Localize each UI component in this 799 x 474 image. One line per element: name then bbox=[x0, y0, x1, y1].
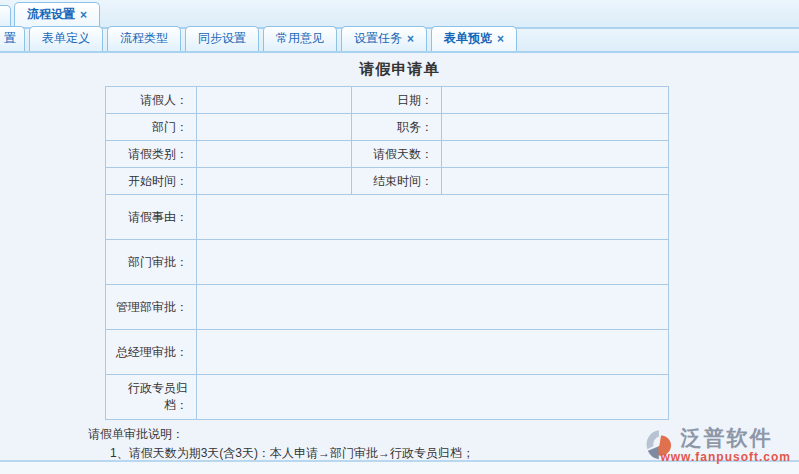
field-label-start-time: 开始时间： bbox=[106, 168, 197, 195]
tab-sync-settings[interactable]: 同步设置 bbox=[185, 26, 259, 51]
field-value-admin-filing[interactable] bbox=[197, 375, 669, 420]
field-label-leave-days: 请假天数： bbox=[352, 141, 442, 168]
table-row: 请假人： 日期： bbox=[106, 87, 669, 114]
table-row: 行政专员归档： bbox=[106, 375, 669, 420]
page-title: 请假申请单 bbox=[60, 53, 740, 79]
table-row: 管理部审批： bbox=[106, 285, 669, 330]
table-row: 部门审批： bbox=[106, 240, 669, 285]
field-label-position: 职务： bbox=[352, 114, 442, 141]
field-value-mgmt-approval[interactable] bbox=[197, 285, 669, 330]
tab-label: 表单定义 bbox=[42, 30, 90, 47]
table-row: 总经理审批： bbox=[106, 330, 669, 375]
field-value-dept-approval[interactable] bbox=[197, 240, 669, 285]
field-label-applicant: 请假人： bbox=[106, 87, 197, 114]
table-row: 请假类别： 请假天数： bbox=[106, 141, 669, 168]
tab-common-opinions[interactable]: 常用意见 bbox=[263, 26, 337, 51]
tab-form-preview[interactable]: 表单预览 × bbox=[431, 26, 517, 51]
close-icon[interactable]: × bbox=[407, 34, 414, 44]
tab-partial-left[interactable] bbox=[0, 5, 11, 27]
field-label-admin-filing: 行政专员归档： bbox=[106, 375, 197, 420]
close-icon[interactable]: × bbox=[80, 10, 87, 20]
field-value-date[interactable] bbox=[442, 87, 669, 114]
fanpu-logo: 泛普软件 www.fanpusoft.com bbox=[644, 426, 791, 464]
tab-process-type[interactable]: 流程类型 bbox=[107, 26, 181, 51]
field-label-date: 日期： bbox=[352, 87, 442, 114]
field-label-leave-reason: 请假事由： bbox=[106, 195, 197, 240]
field-value-start-time[interactable] bbox=[197, 168, 352, 195]
leave-application-table: 请假人： 日期： 部门： 职务： 请假类别： 请假天数： bbox=[105, 86, 669, 420]
field-value-applicant[interactable] bbox=[197, 87, 352, 114]
field-label-department: 部门： bbox=[106, 114, 197, 141]
field-label-gm-approval: 总经理审批： bbox=[106, 330, 197, 375]
app-window: 流程设置 × 置 表单定义 流程类型 同步设置 常用意见 设置任务 × 表单预览… bbox=[0, 0, 799, 474]
field-value-gm-approval[interactable] bbox=[197, 330, 669, 375]
tab-label: 常用意见 bbox=[276, 30, 324, 47]
field-value-position[interactable] bbox=[442, 114, 669, 141]
table-row: 开始时间： 结束时间： bbox=[106, 168, 669, 195]
close-icon[interactable]: × bbox=[497, 34, 504, 44]
field-label-mgmt-approval: 管理部审批： bbox=[106, 285, 197, 330]
field-value-leave-reason[interactable] bbox=[197, 195, 669, 240]
field-label-dept-approval: 部门审批： bbox=[106, 240, 197, 285]
tab-partial-settings[interactable]: 置 bbox=[0, 26, 25, 51]
field-value-leave-type[interactable] bbox=[197, 141, 352, 168]
logo-text-block: 泛普软件 www.fanpusoft.com bbox=[680, 426, 791, 464]
tab-process-settings[interactable]: 流程设置 × bbox=[14, 2, 100, 27]
tabstrip-level2: 置 表单定义 流程类型 同步设置 常用意见 设置任务 × 表单预览 × bbox=[0, 29, 799, 53]
tab-set-tasks[interactable]: 设置任务 × bbox=[341, 26, 427, 51]
field-label-end-time: 结束时间： bbox=[352, 168, 442, 195]
field-value-end-time[interactable] bbox=[442, 168, 669, 195]
tab-label: 流程类型 bbox=[120, 30, 168, 47]
logo-url: www.fanpusoft.com bbox=[660, 450, 791, 464]
field-label-leave-type: 请假类别： bbox=[106, 141, 197, 168]
tabstrip-level1: 流程设置 × bbox=[0, 0, 799, 29]
form-preview-panel: 请假申请单 请假人： 日期： 部门： 职务： 请假 bbox=[0, 53, 799, 474]
tab-label: 流程设置 bbox=[27, 6, 75, 23]
table-row: 请假事由： bbox=[106, 195, 669, 240]
tab-label: 同步设置 bbox=[198, 30, 246, 47]
tab-form-definition[interactable]: 表单定义 bbox=[29, 26, 103, 51]
field-value-leave-days[interactable] bbox=[442, 141, 669, 168]
tab-label: 表单预览 bbox=[444, 30, 492, 47]
table-row: 部门： 职务： bbox=[106, 114, 669, 141]
field-value-department[interactable] bbox=[197, 114, 352, 141]
logo-name: 泛普软件 bbox=[680, 426, 772, 450]
tab-label: 设置任务 bbox=[354, 30, 402, 47]
tab-label: 置 bbox=[4, 30, 16, 47]
